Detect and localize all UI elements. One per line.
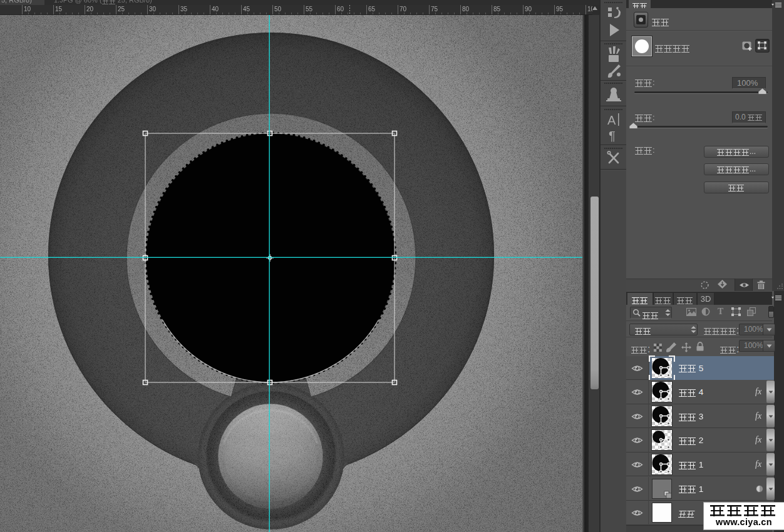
svg-text:¶: ¶: [609, 129, 616, 143]
svg-text:A: A: [607, 113, 616, 127]
